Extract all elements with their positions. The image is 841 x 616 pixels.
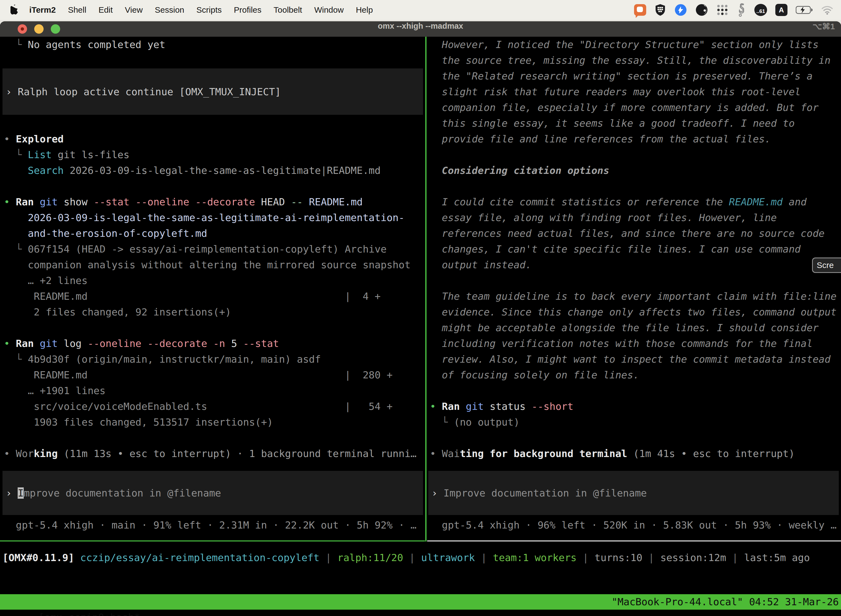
terminal-line: the source tree, missing the essay. Stil… xyxy=(430,53,841,68)
right-model-status: gpt-5.4 xhigh · 96% left · 520K in · 5.8… xyxy=(430,517,839,533)
tmux-session-label: [omx-cczip0:bash* xyxy=(36,612,140,616)
terminal-line: However, I noticed the "Directory Struct… xyxy=(430,37,841,53)
dots-grid-icon[interactable] xyxy=(716,4,728,16)
close-button[interactable] xyxy=(18,24,27,34)
window-title: omx --xhigh --madmax xyxy=(0,22,841,31)
menu-profiles[interactable]: Profiles xyxy=(228,5,267,14)
terminal-line: └ No agents completed yet xyxy=(4,37,425,53)
terminal-line: 2026-03-09-is-legal-the-same-as-legitima… xyxy=(4,210,425,226)
terminal-line: including verification notes with those … xyxy=(430,336,841,351)
terminal-line xyxy=(4,178,425,194)
terminal-line: Search 2026-03-09-is-legal-the-same-as-l… xyxy=(4,163,425,178)
terminal-line: output instead. xyxy=(430,257,841,273)
terminal-line: essay file, along with finding root file… xyxy=(430,210,841,226)
right-pane-bottom-border xyxy=(427,540,841,541)
terminal-line: of focusing solely on file lines. xyxy=(430,367,841,383)
omx-status-bar: [OMX#0.11.9] cczip/essay/ai-reimplementa… xyxy=(3,550,810,566)
terminal-line: provide file and line references from th… xyxy=(430,131,841,147)
menu-iterm2[interactable]: iTerm2 xyxy=(23,5,62,14)
terminal-line: └ (no output) xyxy=(430,414,841,430)
left-model-status: gpt-5.4 xhigh · main · 91% left · 2.31M … xyxy=(4,517,424,533)
terminal-line: I could cite commit statistics or refere… xyxy=(430,194,841,210)
chat-bubble-icon[interactable] xyxy=(634,4,646,16)
terminal-line: • Working (11m 13s • esc to interrupt) ·… xyxy=(4,446,425,462)
screen-tooltip[interactable]: Scre xyxy=(812,258,841,273)
terminal-line: … +1901 lines xyxy=(4,383,425,399)
right-input-box[interactable]: › Improve documentation in @filename xyxy=(428,471,839,515)
terminal-line: └ List git ls-files xyxy=(4,147,425,163)
blue-bolt-icon[interactable] xyxy=(674,4,687,16)
traffic-lights xyxy=(18,24,60,34)
menu-shell[interactable]: Shell xyxy=(62,5,92,14)
menu-status-icons: ..61 A xyxy=(634,3,833,17)
terminal-line: … +2 lines xyxy=(4,273,425,288)
terminal-line xyxy=(430,383,841,399)
terminal-line xyxy=(4,115,425,131)
left-pane-bottom-border xyxy=(0,540,425,541)
terminal-line: └ 067f154 (HEAD -> essay/ai-reimplementa… xyxy=(4,241,425,257)
right-pane: However, I noticed the "Directory Struct… xyxy=(427,37,841,462)
terminal-line: slight risk that future readers may over… xyxy=(430,84,841,100)
terminal-line: src/voice/voiceModeEnabled.ts | 54 + xyxy=(4,399,425,414)
shield-icon[interactable] xyxy=(655,4,666,16)
menu-help[interactable]: Help xyxy=(350,5,379,14)
zoom-button[interactable] xyxy=(51,24,60,34)
terminal-line: • Explored xyxy=(4,131,425,147)
terminal-line: README.md | 280 + xyxy=(4,367,425,383)
terminal-line: evidence. Since this change only affects… xyxy=(430,304,841,320)
terminal-line: └ 4b9d30f (origin/main, instructkr/main,… xyxy=(4,351,425,367)
left-inject-box: › Ralph loop active continue [OMX_TMUX_I… xyxy=(3,69,423,115)
tab-shortcut: ⌥⌘1 xyxy=(813,22,835,31)
minimize-button[interactable] xyxy=(34,24,44,34)
menu-view[interactable]: View xyxy=(119,5,149,14)
terminal-line xyxy=(430,430,841,446)
screen-tooltip-label: Scre xyxy=(817,261,834,270)
terminal-line: • Waiting for background terminal (1m 41… xyxy=(430,446,841,462)
menu-window[interactable]: Window xyxy=(308,5,350,14)
terminal-line xyxy=(4,430,425,446)
terminal-line: the "Related research writing" section i… xyxy=(430,68,841,84)
terminal-line xyxy=(430,147,841,163)
terminal-line xyxy=(430,178,841,194)
crescent-icon[interactable] xyxy=(695,4,708,16)
terminal-line: • Ran git log --oneline --decorate -n 5 … xyxy=(4,336,425,351)
count-badge-icon[interactable]: ..61 xyxy=(755,4,767,16)
left-input-box[interactable]: › Improve documentation in @filename xyxy=(3,471,423,515)
terminal-line: this single essay, it seems like a good … xyxy=(430,115,841,131)
terminal-line: and-the-erosion-of-copyleft.md xyxy=(4,226,425,241)
tmux-host-clock: "MacBook-Pro-44.local" 04:52 31-Mar-26 xyxy=(611,594,839,610)
menu-toolbelt[interactable]: Toolbelt xyxy=(268,5,308,14)
wifi-icon[interactable] xyxy=(821,5,833,15)
menu-items: iTerm2ShellEditViewSessionScriptsProfile… xyxy=(23,5,379,15)
menu-session[interactable]: Session xyxy=(149,5,190,14)
iterm-window: omx --xhigh --madmax ⌥⌘1 └ No agents com… xyxy=(0,22,841,616)
squiggle-icon[interactable] xyxy=(737,3,746,17)
menu-edit[interactable]: Edit xyxy=(92,5,119,14)
terminal-line: • Ran git status --short xyxy=(430,399,841,414)
terminal-line: README.md | 4 + xyxy=(4,288,425,304)
terminal-line: review. Also, I might want to inspect th… xyxy=(430,351,841,367)
tmux-status-bar: [omx-cczip0:bash* "MacBook-Pro-44.local"… xyxy=(0,594,841,610)
terminal-line: The team guideline is to back every impo… xyxy=(430,288,841,304)
terminal-line: changes, I can't cite specific file line… xyxy=(430,241,841,257)
terminal-line: might be acceptable alongside the file l… xyxy=(430,320,841,336)
apple-icon[interactable] xyxy=(10,5,19,15)
terminal-line: 1903 files changed, 513517 insertions(+) xyxy=(4,414,425,430)
terminal-line: companion analysis without altering the … xyxy=(4,257,425,273)
battery-icon[interactable] xyxy=(796,6,813,14)
menu-bar: iTerm2ShellEditViewSessionScriptsProfile… xyxy=(0,0,841,20)
terminal-line: • Ran git show --stat --oneline --decora… xyxy=(4,194,425,210)
terminal-line: 2 files changed, 92 insertions(+) xyxy=(4,304,425,320)
pane-divider[interactable] xyxy=(425,37,426,541)
terminal-line: Considering citation options xyxy=(430,163,841,178)
letter-a-icon[interactable]: A xyxy=(775,4,787,16)
terminal-line: references need actual files, and since … xyxy=(430,226,841,241)
menu-scripts[interactable]: Scripts xyxy=(190,5,228,14)
terminal-line xyxy=(4,320,425,336)
terminal-line xyxy=(430,273,841,288)
terminal-line: companion file, especially if more comme… xyxy=(430,100,841,115)
title-bar[interactable]: omx --xhigh --madmax ⌥⌘1 xyxy=(0,22,841,37)
terminal[interactable]: └ No agents completed yet • Explored └ L… xyxy=(0,37,841,616)
terminal-line xyxy=(4,53,425,68)
